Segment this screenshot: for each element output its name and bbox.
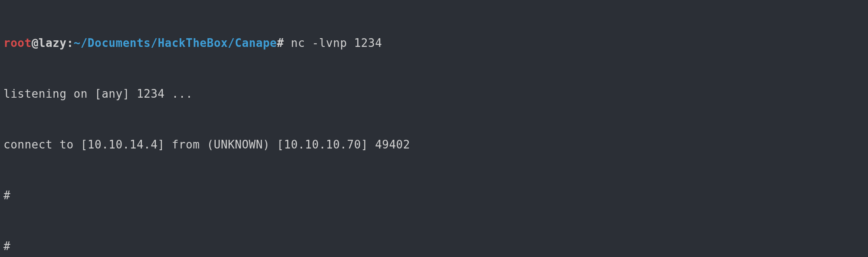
command-nc: nc -lvnp 1234 [284,36,382,49]
shell-prompt: # [3,238,865,255]
prompt-hash: # [277,36,284,49]
prompt-colon: : [66,36,73,49]
shell-prompt: # [3,187,865,204]
output-line: listening on [any] 1234 ... [3,86,865,102]
prompt-user: root [3,36,32,49]
output-line: connect to [10.10.14.4] from (UNKNOWN) [… [3,136,865,153]
prompt-line: root@lazy:~/Documents/HackTheBox/Canape#… [3,35,865,52]
prompt-path: ~/Documents/HackTheBox/Canape [74,36,277,49]
terminal-window[interactable]: root@lazy:~/Documents/HackTheBox/Canape#… [0,0,868,257]
prompt-host: lazy [39,36,67,49]
prompt-at: @ [32,36,39,49]
